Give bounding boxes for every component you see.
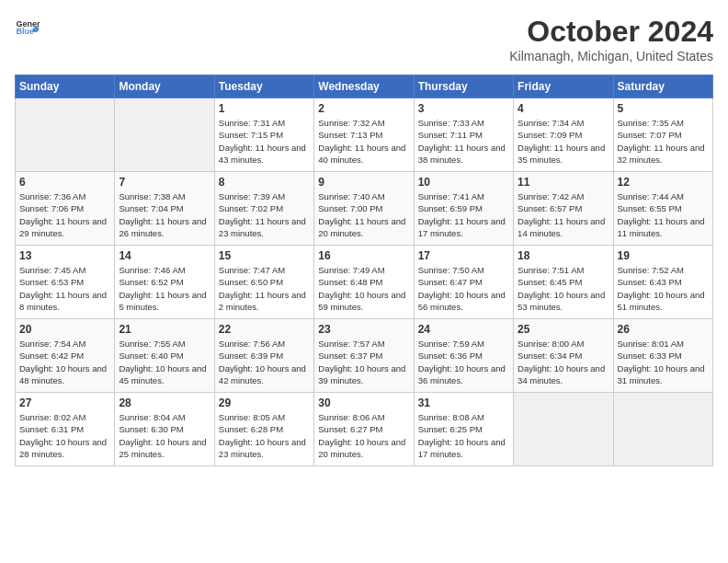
day-number: 31 xyxy=(418,396,509,409)
day-number: 11 xyxy=(518,176,609,189)
calendar-cell: 6Sunrise: 7:36 AM Sunset: 7:06 PM Daylig… xyxy=(16,172,115,246)
calendar-cell xyxy=(115,98,214,172)
calendar-cell xyxy=(514,393,613,466)
day-info: Sunrise: 7:49 AM Sunset: 6:48 PM Dayligh… xyxy=(318,264,409,313)
calendar-cell: 31Sunrise: 8:08 AM Sunset: 6:25 PM Dayli… xyxy=(414,393,513,466)
calendar-cell: 23Sunrise: 7:57 AM Sunset: 6:37 PM Dayli… xyxy=(314,319,414,393)
day-info: Sunrise: 7:36 AM Sunset: 7:06 PM Dayligh… xyxy=(19,190,110,239)
day-number: 13 xyxy=(19,249,110,262)
col-monday: Monday xyxy=(115,75,214,98)
day-info: Sunrise: 7:40 AM Sunset: 7:00 PM Dayligh… xyxy=(318,190,409,239)
day-number: 7 xyxy=(119,176,210,189)
calendar-cell: 1Sunrise: 7:31 AM Sunset: 7:15 PM Daylig… xyxy=(214,98,313,172)
calendar-cell: 11Sunrise: 7:42 AM Sunset: 6:57 PM Dayli… xyxy=(514,172,613,246)
calendar-cell: 27Sunrise: 8:02 AM Sunset: 6:31 PM Dayli… xyxy=(16,393,115,466)
day-number: 21 xyxy=(119,323,210,336)
calendar-cell: 17Sunrise: 7:50 AM Sunset: 6:47 PM Dayli… xyxy=(414,246,513,319)
title-block: October 2024 Kilmanagh, Michigan, United… xyxy=(509,15,713,63)
day-info: Sunrise: 7:38 AM Sunset: 7:04 PM Dayligh… xyxy=(119,190,210,239)
col-wednesday: Wednesday xyxy=(314,75,414,98)
day-info: Sunrise: 7:46 AM Sunset: 6:52 PM Dayligh… xyxy=(119,264,210,313)
logo-icon: General Blue xyxy=(15,15,40,40)
day-info: Sunrise: 7:32 AM Sunset: 7:13 PM Dayligh… xyxy=(318,117,409,166)
day-number: 16 xyxy=(318,249,409,262)
calendar-cell: 13Sunrise: 7:45 AM Sunset: 6:53 PM Dayli… xyxy=(16,246,115,319)
day-number: 14 xyxy=(119,249,210,262)
calendar-cell: 30Sunrise: 8:06 AM Sunset: 6:27 PM Dayli… xyxy=(314,393,414,466)
day-number: 30 xyxy=(318,396,409,409)
day-info: Sunrise: 7:55 AM Sunset: 6:40 PM Dayligh… xyxy=(119,338,210,386)
calendar-cell: 2Sunrise: 7:32 AM Sunset: 7:13 PM Daylig… xyxy=(314,98,414,172)
col-thursday: Thursday xyxy=(414,75,513,98)
day-info: Sunrise: 8:02 AM Sunset: 6:31 PM Dayligh… xyxy=(19,411,110,460)
day-number: 2 xyxy=(318,102,409,115)
calendar-cell: 26Sunrise: 8:01 AM Sunset: 6:33 PM Dayli… xyxy=(613,319,712,393)
col-sunday: Sunday xyxy=(16,75,115,98)
day-number: 6 xyxy=(19,176,110,189)
day-info: Sunrise: 7:35 AM Sunset: 7:07 PM Dayligh… xyxy=(618,117,709,166)
day-info: Sunrise: 8:00 AM Sunset: 6:34 PM Dayligh… xyxy=(518,338,609,386)
calendar-cell: 4Sunrise: 7:34 AM Sunset: 7:09 PM Daylig… xyxy=(514,98,613,172)
day-info: Sunrise: 7:54 AM Sunset: 6:42 PM Dayligh… xyxy=(19,338,110,386)
day-info: Sunrise: 7:44 AM Sunset: 6:55 PM Dayligh… xyxy=(618,190,709,239)
day-number: 26 xyxy=(618,323,709,336)
day-info: Sunrise: 7:45 AM Sunset: 6:53 PM Dayligh… xyxy=(19,264,110,313)
calendar-cell: 21Sunrise: 7:55 AM Sunset: 6:40 PM Dayli… xyxy=(115,319,214,393)
location-subtitle: Kilmanagh, Michigan, United States xyxy=(509,49,713,63)
calendar-cell: 22Sunrise: 7:56 AM Sunset: 6:39 PM Dayli… xyxy=(214,319,313,393)
day-number: 23 xyxy=(318,323,409,336)
calendar-cell: 8Sunrise: 7:39 AM Sunset: 7:02 PM Daylig… xyxy=(214,172,313,246)
day-info: Sunrise: 7:52 AM Sunset: 6:43 PM Dayligh… xyxy=(618,264,709,313)
day-number: 3 xyxy=(418,102,509,115)
calendar-cell: 19Sunrise: 7:52 AM Sunset: 6:43 PM Dayli… xyxy=(613,246,712,319)
day-number: 10 xyxy=(418,176,509,189)
calendar-week-5: 27Sunrise: 8:02 AM Sunset: 6:31 PM Dayli… xyxy=(16,393,713,466)
col-friday: Friday xyxy=(514,75,613,98)
calendar-cell: 16Sunrise: 7:49 AM Sunset: 6:48 PM Dayli… xyxy=(314,246,414,319)
calendar-cell: 29Sunrise: 8:05 AM Sunset: 6:28 PM Dayli… xyxy=(214,393,313,466)
col-tuesday: Tuesday xyxy=(214,75,313,98)
day-number: 24 xyxy=(418,323,509,336)
day-info: Sunrise: 8:05 AM Sunset: 6:28 PM Dayligh… xyxy=(219,411,310,460)
calendar-cell xyxy=(613,393,712,466)
calendar-week-1: 1Sunrise: 7:31 AM Sunset: 7:15 PM Daylig… xyxy=(16,98,713,172)
calendar-cell: 20Sunrise: 7:54 AM Sunset: 6:42 PM Dayli… xyxy=(16,319,115,393)
calendar-cell: 28Sunrise: 8:04 AM Sunset: 6:30 PM Dayli… xyxy=(115,393,214,466)
day-number: 18 xyxy=(518,249,609,262)
day-info: Sunrise: 7:59 AM Sunset: 6:36 PM Dayligh… xyxy=(418,338,509,386)
day-info: Sunrise: 7:57 AM Sunset: 6:37 PM Dayligh… xyxy=(318,338,409,386)
day-info: Sunrise: 7:34 AM Sunset: 7:09 PM Dayligh… xyxy=(518,117,609,166)
logo: General Blue xyxy=(15,15,40,40)
day-info: Sunrise: 8:01 AM Sunset: 6:33 PM Dayligh… xyxy=(618,338,709,386)
day-number: 27 xyxy=(19,396,110,409)
day-number: 9 xyxy=(318,176,409,189)
calendar-week-2: 6Sunrise: 7:36 AM Sunset: 7:06 PM Daylig… xyxy=(16,172,713,246)
calendar-table: Sunday Monday Tuesday Wednesday Thursday… xyxy=(15,75,713,466)
day-info: Sunrise: 7:56 AM Sunset: 6:39 PM Dayligh… xyxy=(219,338,310,386)
day-number: 22 xyxy=(219,323,310,336)
calendar-cell: 7Sunrise: 7:38 AM Sunset: 7:04 PM Daylig… xyxy=(115,172,214,246)
day-info: Sunrise: 7:51 AM Sunset: 6:45 PM Dayligh… xyxy=(518,264,609,313)
day-number: 8 xyxy=(219,176,310,189)
day-number: 17 xyxy=(418,249,509,262)
calendar-cell: 24Sunrise: 7:59 AM Sunset: 6:36 PM Dayli… xyxy=(414,319,513,393)
calendar-cell xyxy=(16,98,115,172)
day-number: 4 xyxy=(518,102,609,115)
day-number: 15 xyxy=(219,249,310,262)
day-number: 25 xyxy=(518,323,609,336)
day-number: 29 xyxy=(219,396,310,409)
day-number: 28 xyxy=(119,396,210,409)
calendar-cell: 25Sunrise: 8:00 AM Sunset: 6:34 PM Dayli… xyxy=(514,319,613,393)
header-row: Sunday Monday Tuesday Wednesday Thursday… xyxy=(16,75,713,98)
day-number: 1 xyxy=(219,102,310,115)
calendar-cell: 14Sunrise: 7:46 AM Sunset: 6:52 PM Dayli… xyxy=(115,246,214,319)
calendar-cell: 18Sunrise: 7:51 AM Sunset: 6:45 PM Dayli… xyxy=(514,246,613,319)
day-info: Sunrise: 7:47 AM Sunset: 6:50 PM Dayligh… xyxy=(219,264,310,313)
calendar-cell: 9Sunrise: 7:40 AM Sunset: 7:00 PM Daylig… xyxy=(314,172,414,246)
calendar-cell: 10Sunrise: 7:41 AM Sunset: 6:59 PM Dayli… xyxy=(414,172,513,246)
month-title: October 2024 xyxy=(509,15,713,49)
day-info: Sunrise: 7:42 AM Sunset: 6:57 PM Dayligh… xyxy=(518,190,609,239)
day-info: Sunrise: 8:04 AM Sunset: 6:30 PM Dayligh… xyxy=(119,411,210,460)
day-number: 19 xyxy=(618,249,709,262)
day-number: 5 xyxy=(618,102,709,115)
